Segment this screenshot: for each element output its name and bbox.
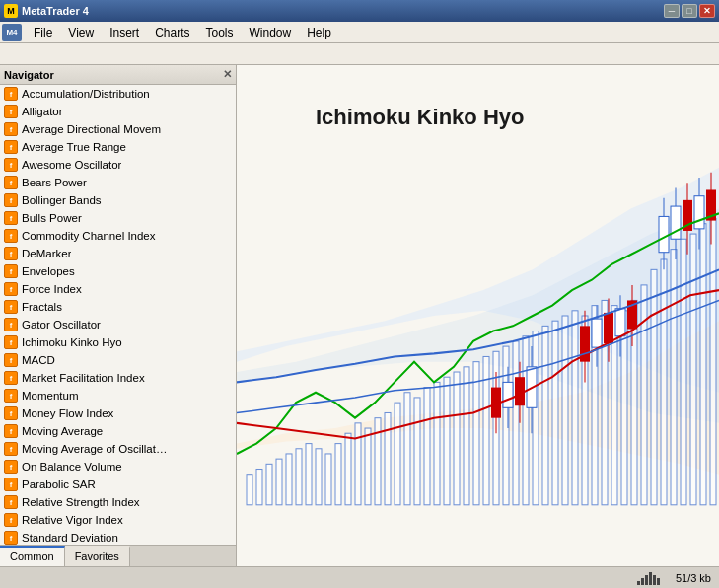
nav-item[interactable]: fDeMarker — [0, 245, 236, 262]
menu-help[interactable]: Help — [299, 24, 339, 41]
indicator-icon: f — [4, 158, 18, 172]
svg-rect-13 — [345, 433, 351, 505]
indicator-icon: f — [4, 495, 18, 509]
svg-rect-48 — [690, 234, 696, 505]
indicator-label: Average Directional Movem — [22, 123, 161, 135]
navigator-title: Navigator — [4, 69, 54, 81]
nav-item[interactable]: fOn Balance Volume — [0, 458, 236, 476]
nav-item[interactable]: fMoving Average — [0, 422, 236, 440]
indicator-icon: f — [4, 389, 18, 403]
maximize-button[interactable]: □ — [682, 4, 697, 18]
nav-item[interactable]: fBears Power — [0, 174, 236, 191]
svg-rect-23 — [444, 377, 450, 505]
nav-item[interactable]: fAlligator — [0, 103, 236, 120]
menu-insert[interactable]: Insert — [102, 24, 147, 41]
nav-item[interactable]: fAccumulation/Distribution — [0, 85, 236, 103]
indicator-icon: f — [4, 247, 18, 260]
indicator-label: Envelopes — [22, 265, 75, 277]
nav-item[interactable]: fAverage Directional Movem — [0, 120, 236, 138]
nav-item[interactable]: fGator Oscillator — [0, 316, 236, 333]
navigator-header: Navigator ✕ — [0, 65, 236, 85]
svg-rect-49 — [700, 224, 706, 505]
svg-rect-24 — [454, 372, 460, 505]
svg-rect-44 — [651, 269, 657, 504]
svg-rect-31 — [523, 336, 529, 505]
status-bar: 51/3 kb — [0, 566, 719, 588]
svg-rect-22 — [434, 382, 440, 504]
menu-file[interactable]: File — [26, 24, 60, 41]
close-button[interactable]: ✕ — [699, 4, 715, 18]
menu-view[interactable]: View — [60, 24, 102, 41]
navigator-list[interactable]: fAccumulation/DistributionfAlligatorfAve… — [0, 85, 236, 545]
menu-tools[interactable]: Tools — [198, 24, 242, 41]
svg-rect-47 — [681, 239, 686, 505]
indicator-icon: f — [4, 442, 18, 456]
nav-item[interactable]: fRelative Vigor Index — [0, 511, 236, 529]
nav-item[interactable]: fAverage True Range — [0, 138, 236, 156]
main-content: Navigator ✕ fAccumulation/DistributionfA… — [0, 65, 719, 566]
indicator-icon: f — [4, 353, 18, 367]
menu-window[interactable]: Window — [242, 24, 300, 41]
minimize-button[interactable]: ─ — [664, 4, 680, 18]
indicator-label: Awesome Oscillator — [22, 159, 121, 171]
svg-rect-18 — [395, 403, 400, 505]
indicator-label: DeMarker — [22, 248, 71, 259]
indicator-label: Parabolic SAR — [22, 478, 96, 490]
indicator-icon: f — [4, 531, 18, 545]
nav-item[interactable]: fMomentum — [0, 387, 236, 404]
tab-common[interactable]: Common — [0, 546, 65, 566]
tab-favorites[interactable]: Favorites — [65, 546, 130, 566]
bar-chart-icon — [637, 571, 660, 585]
nav-item[interactable]: fStandard Deviation — [0, 529, 236, 545]
nav-item[interactable]: fParabolic SAR — [0, 476, 236, 493]
nav-item[interactable]: fBulls Power — [0, 209, 236, 227]
nav-item[interactable]: fAwesome Oscillator — [0, 156, 236, 174]
app-icon: M — [4, 4, 18, 18]
indicator-icon: f — [4, 87, 18, 101]
toolbar — [0, 43, 719, 65]
indicator-label: Relative Strength Index — [22, 496, 140, 508]
nav-item[interactable]: fBollinger Bands — [0, 191, 236, 209]
indicator-icon: f — [4, 406, 18, 420]
svg-rect-66 — [615, 309, 625, 336]
svg-rect-50 — [710, 219, 716, 505]
indicator-label: Bears Power — [22, 177, 87, 188]
indicator-icon: f — [4, 229, 18, 243]
nav-item[interactable]: fCommodity Channel Index — [0, 227, 236, 245]
indicator-icon: f — [4, 264, 18, 278]
indicator-icon: f — [4, 478, 18, 491]
indicator-label: Commodity Channel Index — [22, 230, 156, 242]
indicator-icon: f — [4, 176, 18, 189]
indicator-label: Bollinger Bands — [22, 194, 102, 206]
title-bar: M MetaTrader 4 ─ □ ✕ — [0, 0, 719, 22]
indicator-label: Moving Average of Oscillat… — [22, 443, 167, 455]
nav-item[interactable]: fMoney Flow Index — [0, 404, 236, 422]
nav-item[interactable]: fEnvelopes — [0, 262, 236, 280]
svg-rect-9 — [306, 444, 312, 505]
nav-item[interactable]: fRelative Strength Index — [0, 493, 236, 511]
app-logo: M4 — [2, 24, 22, 41]
svg-rect-45 — [661, 259, 667, 505]
indicator-label: Relative Vigor Index — [22, 514, 123, 526]
indicator-icon: f — [4, 318, 18, 331]
indicator-icon: f — [4, 371, 18, 385]
nav-item[interactable]: fForce Index — [0, 280, 236, 298]
nav-item[interactable]: fFractals — [0, 298, 236, 316]
svg-rect-76 — [694, 196, 704, 229]
nav-item[interactable]: fMarket Facilitation Index — [0, 369, 236, 387]
svg-rect-32 — [533, 331, 539, 505]
nav-item[interactable]: fIchimoku Kinko Hyo — [0, 333, 236, 351]
svg-rect-33 — [542, 326, 548, 504]
svg-rect-19 — [404, 393, 410, 505]
indicator-label: Force Index — [22, 283, 82, 295]
indicator-label: MACD — [22, 354, 55, 366]
menu-charts[interactable]: Charts — [147, 24, 197, 41]
nav-item[interactable]: fMoving Average of Oscillat… — [0, 440, 236, 458]
indicator-label: Momentum — [22, 390, 79, 402]
indicator-icon: f — [4, 513, 18, 527]
nav-item[interactable]: fMACD — [0, 351, 236, 369]
navigator-close-button[interactable]: ✕ — [223, 68, 232, 81]
indicator-icon: f — [4, 122, 18, 136]
svg-rect-6 — [276, 459, 282, 505]
menu-bar: M4 File View Insert Charts Tools Window … — [0, 22, 719, 43]
